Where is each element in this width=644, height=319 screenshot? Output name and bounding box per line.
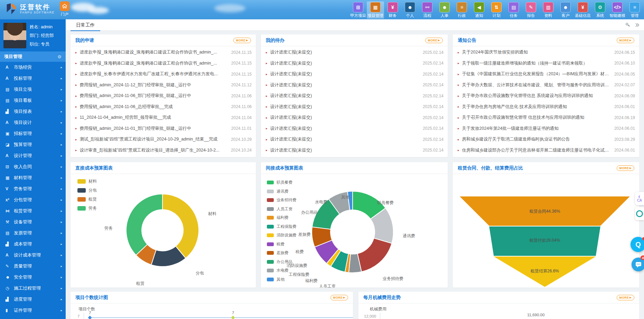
nav-item-6[interactable]: ☻人事 [436, 1, 453, 19]
list-item[interactable]: ▸于征集《中国建筑施工行业信息化发展报告（2024）—BIM应用与发展》材料..… [458, 69, 635, 80]
list-item[interactable]: ▸设计进度汇报(未提交)2025.02.14 [266, 80, 444, 91]
more-button[interactable]: MORE▶ [425, 38, 443, 43]
nav-item-15[interactable]: ⚙系统 [591, 1, 609, 19]
list-item[interactable]: ▸关于召开市政公用设施智慧化管理 信息技术与应用培训班的通知2024.06.19 [458, 112, 635, 123]
list-item[interactable]: ▸关于发放2024年第24批一级建造师注册证书的通知2024.06.01 [458, 123, 635, 134]
legend-item-职员餐费[interactable]: 职员餐费 [267, 180, 297, 185]
pie-slice-业务招待费[interactable] [357, 238, 392, 272]
list-item[interactable]: ▸设计进度汇报(未提交)2025.02.14 [266, 112, 444, 123]
nav-item-17[interactable]: ≡管理 [626, 1, 643, 19]
list-item[interactable]: ▸关于举办大数据、云计算技术在城市建设、规划、管理与服务中的应用培训班...20… [458, 80, 635, 91]
sidebar-item-13[interactable]: x²分包管理▸ [0, 194, 66, 205]
nav-item-14[interactable]: ¥基础信息 [574, 1, 591, 19]
sidebar-item-6[interactable]: A项目设计▸ [0, 117, 66, 128]
nav-item-13[interactable]: ☻客户 [557, 1, 574, 19]
list-item[interactable]: ▸设计进度汇报(未提交)2025.02.14 [266, 123, 444, 134]
list-item[interactable]: ▸费用报销_admin_2024-11-01_部门经理审批_胡建,_运行中202… [75, 123, 252, 134]
ca-service-widget[interactable]: ❨ CA [635, 192, 644, 205]
sidebar-item-16[interactable]: ▤发票管理▸ [0, 228, 66, 239]
pie-slice-劳务[interactable] [126, 194, 162, 255]
qq-contact-button[interactable]: Q [631, 237, 644, 252]
nav-item-3[interactable]: ¥财务 [384, 1, 401, 19]
sidebar-item-5[interactable]: ▟项目报表▸ [0, 106, 66, 117]
list-item[interactable]: ▸费用报销_admin_2024-11-12_部门经理审批_胡建,_运行中202… [75, 80, 252, 91]
more-button[interactable]: MORE▶ [617, 38, 634, 43]
legend-item-工程保险费[interactable]: 工程保险费 [267, 224, 297, 229]
sidebar-item-7[interactable]: ▣招标管理▸ [0, 128, 66, 139]
list-item[interactable]: ▸关于领取一级注册建造师增项贴的通知（须持一建证书前来领取）2024.06.10 [458, 58, 635, 69]
list-item[interactable]: ▸费用报销_admin_2024-11-06_总经理审批__完成2024.11.… [75, 102, 252, 113]
list-item[interactable]: ▸设计进度汇报(未提交)2025.02.14 [266, 47, 444, 58]
nav-item-1[interactable]: ⊞甲方项目 [349, 1, 367, 19]
sidebar-item-21[interactable]: ◷施工过程管理▸ [0, 283, 66, 294]
legend-item-人员工资[interactable]: 人员工资 [267, 206, 297, 212]
sidebar-item-11[interactable]: ▦材料管理▸ [0, 172, 66, 183]
sidebar-item-1[interactable]: A市场经营▸ [0, 62, 66, 73]
sidebar-item-8[interactable]: ◪预算管理▸ [0, 139, 66, 150]
portal-button[interactable]: 门户 [59, 1, 71, 17]
sidebar-item-15[interactable]: ⚒设备管理▸ [0, 216, 66, 228]
data-point-marker[interactable] [231, 316, 235, 319]
more-button[interactable]: MORE▶ [617, 295, 634, 300]
service-widget[interactable] [635, 207, 644, 220]
chat-button[interactable]: 45 [632, 258, 644, 271]
list-item[interactable]: ▸设计进度汇报(未提交)2025.02.14 [266, 58, 444, 69]
list-item[interactable]: ▸设计进度汇报(未提交)2025.02.14 [266, 145, 444, 156]
list-item[interactable]: ▸住房和城乡建设部办公厅关于同意吉林省开展二级建造师注册证书电子化试点...20… [458, 145, 635, 156]
expand-icon[interactable] [635, 22, 640, 28]
list-item[interactable]: ▸11_2024-11-04_admin_经营部_领导审批__完成2024.11… [75, 112, 252, 123]
list-item[interactable]: ▸关于举办住房与房地产信息化 技术及应用培训班的通知2024.06.01 [458, 102, 635, 113]
nav-item-2[interactable]: ▦项目管理 [367, 1, 384, 19]
list-item[interactable]: ▸进度款申报_长春市伊通河水力发电厂改建工程_长春市伊通河水力发电...2024… [75, 69, 252, 80]
key-icon[interactable] [625, 22, 631, 28]
sidebar-item-18[interactable]: A设计成本管理▸ [0, 250, 66, 261]
list-item[interactable]: ▸关于2024年国庆节放假安排的通知2024.06.15 [458, 47, 635, 58]
legend-item-通讯费[interactable]: 通讯费 [267, 189, 297, 194]
legend-item-分包[interactable]: 分包 [77, 187, 97, 193]
list-item[interactable]: ▸房和城乡建设厅关于取消二级建造师临时执业证书的公告2023.08.29 [458, 134, 635, 145]
legend-item-材料[interactable]: 材料 [77, 178, 97, 184]
sidebar-item-9[interactable]: A设计管理▸ [0, 150, 66, 161]
sidebar-item-14[interactable]: ⋈租赁管理▸ [0, 205, 66, 216]
sidebar-item-3[interactable]: ▤项目立项▸ [0, 84, 66, 95]
pie-slice-材料[interactable] [162, 194, 199, 258]
list-item[interactable]: ▸测试_彭祖新城"四馆"景观工程设计项目_2024-10-29_admin_结束… [75, 134, 252, 145]
sidebar-item-20[interactable]: ☻安全管理▸ [0, 272, 66, 283]
list-item[interactable]: ▸设计进度汇报(未提交)2025.02.14 [266, 69, 444, 80]
nav-item-16[interactable]: </>智能建模 [609, 1, 626, 19]
list-item[interactable]: ▸设计进度汇报(未提交)2025.02.14 [266, 134, 444, 145]
nav-item-9[interactable]: ⇅计划 [488, 1, 505, 19]
legend-item-租赁[interactable]: 租赁 [77, 196, 97, 202]
nav-item-10[interactable]: ▤任务 [505, 1, 522, 19]
nav-item-4[interactable]: ☻个人 [401, 1, 419, 19]
more-button[interactable]: MORE▶ [617, 165, 634, 171]
legend-item-消防设施费[interactable]: 消防设施费 [267, 233, 297, 238]
sidebar-section-header[interactable]: 项目管理 ⚙ [0, 51, 66, 62]
list-item[interactable]: ▸关于举办市政公用设施数字化管理信息 系统建设与应用培训班的通知2024.06.… [458, 90, 635, 102]
list-item[interactable]: ▸设计审查_彭祖新城"四馆"景观工程设计项目_请选择_胡广生_2024-10-2… [75, 145, 252, 156]
data-point-marker[interactable] [88, 316, 92, 319]
list-item[interactable]: ▸进度款申报_珠海鹤港口建设_珠海鹤港口建设工程合作协议书_admin_...2… [75, 47, 252, 58]
sidebar-item-2[interactable]: A投标管理▸ [0, 73, 66, 84]
list-item[interactable]: ▸进度款申报_珠海鹤港口建设_珠海鹤港口建设工程合作协议书_admin_...2… [75, 58, 252, 69]
list-item[interactable]: ▸设计进度汇报(未提交)2025.02.14 [266, 90, 444, 102]
nav-item-5[interactable]: ⚯流程 [419, 1, 436, 19]
tab-daily-work[interactable]: 日常工作 [71, 19, 100, 31]
nav-item-8[interactable]: ◀通知 [470, 1, 488, 19]
sidebar-item-12[interactable]: V劳务管理▸ [0, 183, 66, 194]
sidebar-item-4[interactable]: ▤项目看板▸ [0, 95, 66, 106]
legend-item-劳务[interactable]: 劳务 [77, 205, 97, 211]
sidebar-item-17[interactable]: ▟成本管理▸ [0, 239, 66, 250]
legend-item-税费[interactable]: 税费 [267, 242, 297, 247]
legend-item-业务招待费[interactable]: 业务招待费 [267, 197, 297, 203]
legend-item-差旅费[interactable]: 差旅费 [267, 250, 297, 255]
more-button[interactable]: MORE▶ [233, 38, 251, 43]
gear-icon[interactable]: ⚙ [57, 54, 62, 59]
legend-item-福利费[interactable]: 福利费 [267, 215, 297, 220]
more-button[interactable]: MORE▶ [330, 295, 348, 300]
sidebar-item-10[interactable]: ⊡收入合同▸ [0, 161, 66, 172]
sidebar-item-22[interactable]: ▟进度管理▸ [0, 294, 66, 305]
sidebar-item-23[interactable]: ▮证件管理▸ [0, 305, 66, 316]
nav-item-12[interactable]: ▥资料 [540, 1, 557, 19]
list-item[interactable]: ▸设计进度汇报(未提交)2025.02.14 [266, 102, 444, 113]
